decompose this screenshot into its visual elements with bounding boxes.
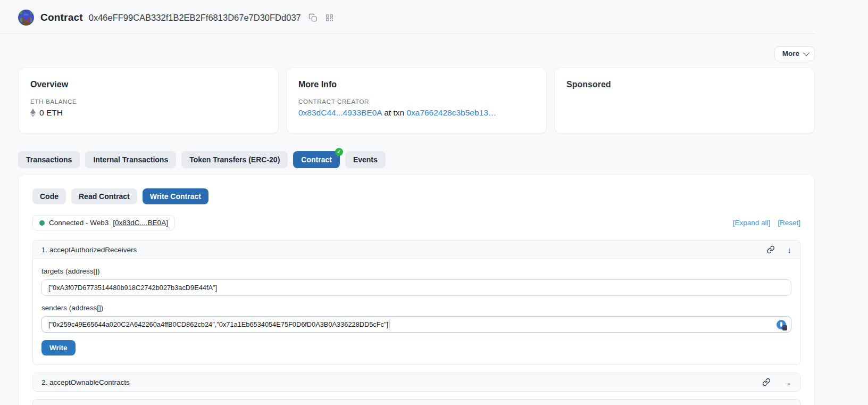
senders-field-label: senders (address[]) (41, 304, 791, 312)
more-button-label: More (782, 49, 799, 57)
method-2-title: 2. acceptOwnableContracts (41, 378, 130, 386)
method-1-title: 1. acceptAuthorizedReceivers (41, 246, 137, 254)
expand-all-link[interactable]: [Expand all] (733, 219, 771, 227)
chevron-down-icon (803, 49, 810, 56)
contract-subtabs: Code Read Contract Write Contract (32, 188, 800, 204)
accordion-actions: [Expand all] [Reset] (733, 219, 800, 227)
method-2-header[interactable]: 2. acceptOwnableContracts → (33, 373, 800, 391)
subtab-write-contract[interactable]: Write Contract (143, 188, 208, 204)
reset-link[interactable]: [Reset] (778, 219, 800, 227)
tab-events[interactable]: Events (345, 151, 386, 168)
tab-contract[interactable]: Contract ✓ (293, 151, 340, 168)
tab-contract-label: Contract (301, 155, 332, 164)
tab-transactions[interactable]: Transactions (18, 151, 80, 168)
contract-creator-row: 0x83dC44...4933BE0A at txn 0xa7662428c3b… (298, 108, 535, 118)
method-accordion-2: 2. acceptOwnableContracts → (32, 373, 800, 392)
more-info-card: More Info CONTRACT CREATOR 0x83dC44...49… (286, 68, 547, 134)
page-header: Contract 0x46eFF99CAB332f1B2EB2Ff6813D67… (0, 0, 815, 34)
subtab-read-contract[interactable]: Read Contract (71, 188, 137, 204)
connection-status-text: Connected - Web3 (49, 219, 108, 227)
creator-address-link[interactable]: 0x83dC44...4933BE0A (298, 108, 382, 117)
tab-internal-transactions[interactable]: Internal Transactions (85, 151, 176, 168)
page-content: More Overview ETH BALANCE 0 ETH More Inf… (18, 46, 815, 405)
more-info-title: More Info (298, 80, 535, 89)
subtab-code[interactable]: Code (32, 188, 66, 204)
page-title: Contract (40, 12, 83, 23)
permalink-icon[interactable] (762, 378, 771, 386)
more-button[interactable]: More (774, 46, 815, 61)
contract-address: 0x46eFF99CAB332f1B2EB2Ff6813D67e7D30FDd0… (89, 13, 301, 23)
eth-balance-label: ETH BALANCE (30, 98, 266, 105)
collapse-arrow-icon[interactable]: ↓ (788, 246, 792, 254)
copy-icon[interactable] (308, 13, 318, 22)
creation-txn-link[interactable]: 0xa7662428c3b5eb13… (406, 108, 496, 117)
connected-address-link[interactable]: [0x83dC....BE0A] (113, 219, 168, 227)
contract-panel: Code Read Contract Write Contract Connec… (18, 174, 815, 405)
method-1-header[interactable]: 1. acceptAuthorizedReceivers ↓ (33, 241, 800, 259)
contract-creator-label: CONTRACT CREATOR (298, 98, 535, 105)
connected-dot-icon (39, 220, 45, 226)
text-caret (389, 320, 389, 328)
verified-check-icon: ✓ (335, 148, 343, 156)
more-row: More (18, 46, 815, 61)
connection-status-pill: Connected - Web3 [0x83dC....BE0A] (32, 215, 175, 230)
creator-separator: at txn (382, 108, 407, 117)
tab-token-transfers[interactable]: Token Transfers (ERC-20) (181, 151, 288, 168)
overview-card: Overview ETH BALANCE 0 ETH (18, 68, 279, 134)
overview-title: Overview (30, 80, 266, 89)
method-accordion-3-partial[interactable] (32, 399, 800, 405)
connection-row: Connected - Web3 [0x83dC....BE0A] [Expan… (32, 215, 800, 230)
targets-input[interactable]: ["0xA3f07D6773514480b918C2742b027b3acD9E… (41, 279, 791, 296)
sponsored-card: Sponsored (554, 68, 815, 134)
eth-balance-value: 0 ETH (39, 108, 63, 118)
ethereum-icon (30, 109, 36, 117)
write-button[interactable]: Write (41, 340, 76, 356)
method-accordion-1: 1. acceptAuthorizedReceivers ↓ targets (… (32, 240, 800, 365)
permalink-icon[interactable] (766, 245, 775, 254)
senders-input[interactable]: ["0x259c49E65644a020C2A642260a4ffB0CD862… (41, 316, 791, 333)
contract-avatar (18, 10, 34, 26)
targets-field-label: targets (address[]) (41, 267, 791, 275)
password-manager-icon[interactable] (777, 320, 786, 329)
eth-balance-row: 0 ETH (30, 108, 266, 118)
sponsored-title: Sponsored (566, 80, 803, 89)
senders-input-value: ["0x259c49E65644a020C2A642260a4ffB0CD862… (48, 320, 388, 328)
method-1-body: targets (address[]) ["0xA3f07D6773514480… (33, 259, 800, 365)
info-cards: Overview ETH BALANCE 0 ETH More Info CON… (18, 68, 815, 134)
expand-arrow-icon[interactable]: → (783, 378, 791, 386)
targets-input-value: ["0xA3f07D6773514480b918C2742b027b3acD9E… (48, 284, 217, 292)
qr-code-icon[interactable] (325, 13, 334, 22)
tab-bar: Transactions Internal Transactions Token… (18, 151, 815, 168)
